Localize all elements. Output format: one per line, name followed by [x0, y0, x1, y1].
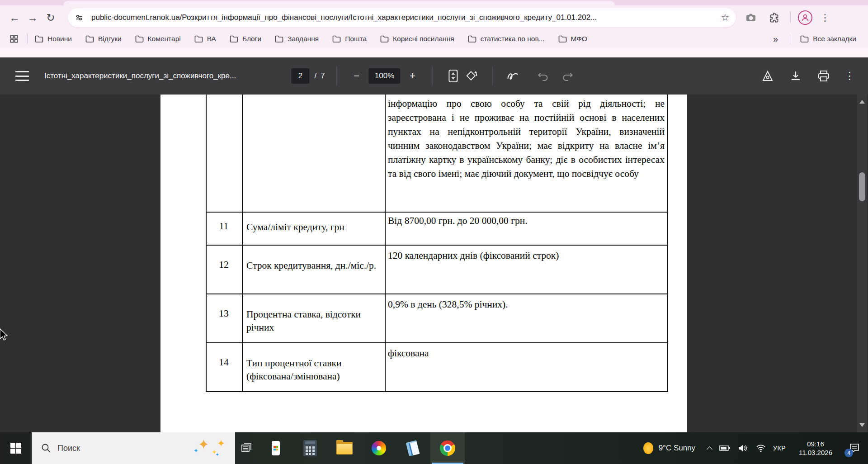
apps-grid-button[interactable]: [10, 35, 18, 43]
undo-button[interactable]: [534, 67, 552, 85]
save-annotate-button[interactable]: [759, 67, 777, 85]
notification-center-button[interactable]: 4: [845, 439, 863, 457]
folder-icon: [468, 35, 476, 43]
taskbar-app-notepad[interactable]: [396, 432, 430, 464]
folder-icon: [35, 35, 43, 43]
forward-icon: →: [28, 12, 38, 24]
url-text[interactable]: public-document.ranok.ua/Розкриття_інфор…: [91, 13, 717, 22]
scroll-down-arrow[interactable]: [859, 423, 865, 427]
screenshot-extension-button[interactable]: [742, 9, 760, 26]
browser-toolbar: ← → ↻ public-document.ranok.ua/Розкриття…: [0, 5, 868, 30]
language-indicator[interactable]: УКР: [773, 445, 786, 452]
pdf-more-button[interactable]: ⋮: [843, 70, 856, 82]
bookmark-folder-komentari[interactable]: Коментарі: [135, 35, 181, 43]
annotate-draw-button[interactable]: [505, 67, 523, 85]
download-button[interactable]: [787, 67, 805, 85]
start-button[interactable]: [0, 432, 32, 464]
battery-icon: [719, 445, 730, 451]
table-border: [206, 212, 668, 213]
chevron-up-icon: [707, 446, 712, 452]
taskbar-clock[interactable]: 09:16 11.03.2026: [792, 440, 839, 457]
table-border: [206, 245, 668, 246]
redo-button[interactable]: [559, 67, 577, 85]
bookmark-folder-korysni-posylannia[interactable]: Корисні посилання: [380, 35, 454, 43]
phone-link-icon: [272, 441, 280, 455]
bookmark-label: Завдання: [288, 35, 319, 43]
table-row-value: фіксована: [388, 347, 664, 360]
taskbar-search[interactable]: Поиск ✦ ✦ ✦ ✦ ✦: [32, 432, 235, 464]
taskbar-app-file-explorer[interactable]: [327, 432, 362, 464]
bookmark-folder-novyny[interactable]: Новини: [35, 35, 72, 43]
table-border: [206, 95, 207, 392]
all-bookmarks-button[interactable]: Все закладки: [800, 35, 856, 43]
url-bar[interactable]: public-document.ranok.ua/Розкриття_інфор…: [68, 8, 736, 27]
volume-indicator[interactable]: [737, 442, 749, 454]
table-border: [385, 95, 386, 392]
profile-avatar[interactable]: [798, 10, 812, 25]
network-indicator[interactable]: [755, 442, 767, 454]
weather-sun-icon: [643, 442, 653, 454]
zoom-level[interactable]: 100%: [369, 68, 401, 84]
bookmark-folder-va[interactable]: ВА: [194, 35, 216, 43]
browser-menu-button[interactable]: ⋮: [817, 9, 833, 26]
table-border: [667, 95, 668, 392]
fit-page-button[interactable]: [444, 67, 462, 85]
toolbar-separator: [432, 66, 433, 85]
back-button[interactable]: ←: [5, 9, 24, 27]
taskbar-app-calculator[interactable]: [293, 432, 327, 464]
bookmark-folder-mfo[interactable]: МФО: [558, 35, 588, 43]
bookmark-label: статистика по нов...: [481, 35, 545, 43]
print-button[interactable]: [815, 67, 833, 85]
rotate-button[interactable]: [462, 67, 481, 85]
bookmarks-bar: Новини Відгуки Коментарі ВА Блоги Завдан…: [0, 30, 868, 48]
page-separator: /: [314, 71, 316, 80]
more-vertical-icon: ⋮: [821, 12, 830, 23]
redo-icon: [562, 71, 574, 81]
bookmark-label: ВА: [207, 35, 216, 43]
table-row-value: 0,9% в день (328,5% річних).: [388, 298, 664, 311]
bookmark-folder-zavdannia[interactable]: Завдання: [275, 35, 319, 43]
battery-indicator[interactable]: [719, 442, 731, 454]
folder-icon: [85, 35, 94, 43]
table-row-label: Процентна ставка, відсотки річних: [246, 308, 380, 334]
page-number-input[interactable]: 2: [291, 68, 309, 84]
pdf-document-title: Істотні_характеристики_послуги_зі_спожив…: [44, 71, 236, 80]
zoom-out-button[interactable]: −: [349, 68, 364, 84]
task-view-button[interactable]: [235, 432, 259, 464]
back-icon: ←: [9, 12, 20, 24]
table-row-label: Тип процентної ставки (фіксована/змінюва…: [246, 357, 380, 383]
bookmark-folder-vidhuky[interactable]: Відгуки: [85, 35, 122, 43]
show-hidden-icons-button[interactable]: [706, 445, 712, 451]
taskbar-app-phone-link[interactable]: [259, 432, 293, 464]
reload-button[interactable]: ↻: [42, 9, 60, 27]
active-tab[interactable]: [63, 1, 615, 5]
person-icon: [801, 13, 810, 22]
save-pen-icon: [761, 70, 774, 82]
bookmark-folder-statystyka[interactable]: статистика по нов...: [468, 35, 545, 43]
scrollbar-thumb[interactable]: [859, 172, 865, 201]
document-page: інформацію про свою особу та свій рід ді…: [160, 95, 687, 432]
table-border: [206, 342, 668, 343]
extensions-button[interactable]: [766, 9, 783, 26]
weather-text: 9°C Sunny: [659, 444, 695, 453]
pdf-menu-button[interactable]: [15, 71, 29, 81]
bookmark-star-button[interactable]: ☆: [717, 9, 733, 26]
taskbar-app-photos[interactable]: [362, 432, 396, 464]
taskbar-app-chrome-active[interactable]: [430, 432, 465, 464]
notepad-icon: [406, 440, 420, 456]
weather-widget[interactable]: 9°C Sunny: [643, 442, 695, 454]
bookmark-folder-blohy[interactable]: Блоги: [230, 35, 261, 43]
download-icon: [790, 70, 802, 82]
bookmark-folder-poshta[interactable]: Пошта: [332, 35, 367, 43]
forward-button[interactable]: →: [24, 9, 42, 27]
tune-icon: [75, 14, 83, 22]
scroll-up-arrow[interactable]: [859, 100, 865, 104]
chrome-icon: [440, 440, 455, 456]
zoom-in-button[interactable]: +: [405, 68, 420, 84]
scrollbar[interactable]: [857, 95, 867, 432]
toolbar-divider: [790, 12, 791, 23]
site-settings-button[interactable]: [71, 10, 87, 25]
time-text: 09:16: [792, 440, 839, 448]
bookmarks-divider: [790, 34, 790, 44]
bookmarks-overflow-button[interactable]: »: [773, 34, 778, 44]
